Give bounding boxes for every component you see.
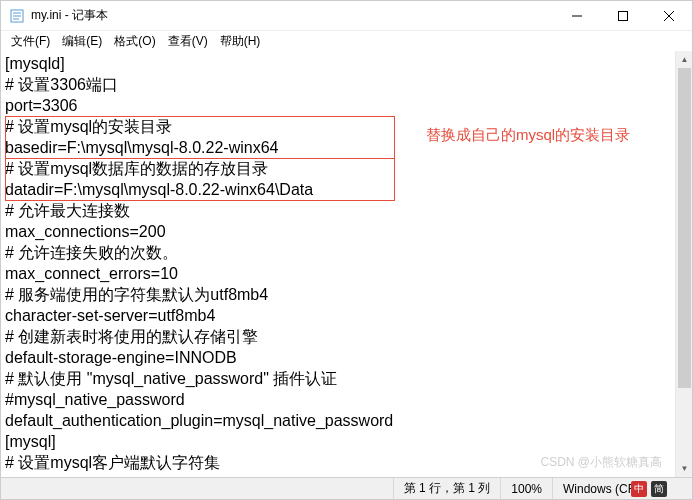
editor-area: [mysqld] # 设置3306端口 port=3306 # 设置mysql的… (1, 51, 692, 477)
status-encoding: Windows (CR 中 简 (552, 478, 692, 499)
vertical-scrollbar[interactable]: ▲ ▼ (675, 51, 692, 477)
ime-mode: 简 (651, 481, 667, 497)
scroll-up-button[interactable]: ▲ (676, 51, 692, 68)
status-bar: 第 1 行，第 1 列 100% Windows (CR 中 简 (1, 477, 692, 499)
menu-bar: 文件(F) 编辑(E) 格式(O) 查看(V) 帮助(H) (1, 31, 692, 51)
app-icon (9, 8, 25, 24)
minimize-button[interactable] (554, 1, 600, 31)
close-button[interactable] (646, 1, 692, 31)
maximize-button[interactable] (600, 1, 646, 31)
menu-format[interactable]: 格式(O) (108, 31, 161, 52)
window-title: my.ini - 记事本 (31, 7, 554, 24)
menu-view[interactable]: 查看(V) (162, 31, 214, 52)
status-position: 第 1 行，第 1 列 (393, 478, 501, 499)
menu-edit[interactable]: 编辑(E) (56, 31, 108, 52)
text-content[interactable]: [mysqld] # 设置3306端口 port=3306 # 设置mysql的… (1, 51, 675, 477)
ime-indicator: 中 简 (631, 481, 667, 497)
scroll-down-button[interactable]: ▼ (676, 460, 692, 477)
status-zoom: 100% (500, 478, 552, 499)
svg-rect-5 (619, 12, 628, 21)
window-controls (554, 1, 692, 30)
menu-help[interactable]: 帮助(H) (214, 31, 267, 52)
scroll-thumb[interactable] (678, 68, 691, 388)
title-bar: my.ini - 记事本 (1, 1, 692, 31)
menu-file[interactable]: 文件(F) (5, 31, 56, 52)
ime-lang: 中 (631, 481, 647, 497)
